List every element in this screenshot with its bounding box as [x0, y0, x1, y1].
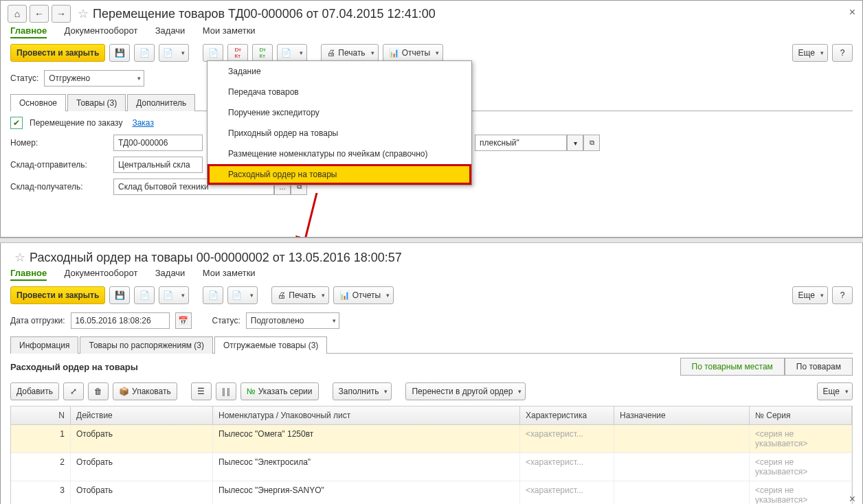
more-button-2[interactable]: Еще: [792, 286, 828, 304]
table-row[interactable]: 1ОтобратьПылесос "Омега" 1250вт<характер…: [11, 425, 852, 453]
nav2-tasks[interactable]: Задачи: [155, 268, 186, 278]
col-characteristic[interactable]: Характеристика: [520, 406, 614, 424]
barcode-icon: [221, 387, 231, 396]
back-button[interactable]: ←: [30, 5, 49, 23]
more-button[interactable]: Еще: [792, 44, 828, 62]
more-button-3[interactable]: Еще: [817, 382, 853, 400]
save-icon: [115, 48, 125, 58]
home-button[interactable]: ⌂: [8, 5, 27, 23]
barcode-button[interactable]: [216, 382, 236, 400]
status-select-2[interactable]: Подготовлено: [246, 312, 339, 329]
save-button-2[interactable]: [109, 286, 130, 304]
pack-button[interactable]: 📦Упаковать: [113, 382, 177, 400]
status-select[interactable]: Отгружено: [44, 70, 144, 87]
cell-action: Отобрать: [71, 481, 213, 504]
tab-extra[interactable]: Дополнитель: [127, 94, 195, 111]
col-action[interactable]: Действие: [71, 406, 213, 424]
extra-dropdown[interactable]: ▾: [567, 135, 583, 151]
list-button[interactable]: ☰: [191, 382, 212, 400]
copy-row-button[interactable]: ⤢: [63, 382, 84, 400]
menu-task[interactable]: Задание: [208, 61, 471, 82]
nav-docflow[interactable]: Документооборот: [65, 25, 138, 36]
post-close-button[interactable]: Провести и закрыть: [10, 44, 105, 62]
help-button[interactable]: ?: [832, 44, 853, 62]
create-based-on-2[interactable]: [159, 286, 189, 304]
calendar-button[interactable]: [175, 312, 192, 329]
close-button[interactable]: ×: [849, 6, 855, 19]
close-button-2[interactable]: ×: [849, 493, 855, 504]
ship-date-input[interactable]: 16.05.2016 18:08:26: [71, 312, 170, 329]
receiver-label: Склад-получатель:: [10, 182, 113, 192]
table-row[interactable]: 2ОтобратьПылесос "Электросила"<характери…: [11, 453, 852, 481]
sender-label: Склад-отправитель:: [10, 160, 113, 170]
col-nomenclature[interactable]: Номенклатура / Упаковочный лист: [213, 406, 520, 424]
menu-placement[interactable]: Размещение номенклатуры по ячейкам (спра…: [208, 144, 471, 164]
tab-main[interactable]: Основное: [10, 94, 66, 111]
attach-button-2[interactable]: [227, 286, 258, 304]
nav-tasks[interactable]: Задачи: [155, 25, 186, 36]
cell-assignment: [614, 453, 750, 481]
post-button[interactable]: [134, 44, 155, 62]
reports-button-2[interactable]: Отчеты: [333, 286, 394, 304]
save-button[interactable]: [109, 44, 130, 62]
col-n[interactable]: N: [11, 406, 71, 424]
post-close-button-2[interactable]: Провести и закрыть: [10, 286, 105, 304]
add-row-button[interactable]: Добавить: [10, 382, 59, 400]
attach-icon: [232, 290, 242, 300]
report-icon: [389, 48, 399, 58]
calendar-icon: [178, 316, 188, 325]
number-input[interactable]: ТД00-000006: [113, 135, 203, 151]
tab-ship-goods[interactable]: Отгружаемые товары (3): [214, 336, 327, 354]
col-assignment[interactable]: Назначение: [614, 406, 750, 424]
nav2-main[interactable]: Главное: [10, 268, 47, 281]
sender-input[interactable]: Центральный скла: [113, 157, 203, 173]
create-based-on-button[interactable]: [159, 44, 189, 62]
toggle-by-goods[interactable]: По товарам: [785, 358, 853, 376]
nav2-notes[interactable]: Мои заметки: [203, 268, 256, 278]
post-button-2[interactable]: [134, 286, 155, 304]
print-button-2[interactable]: Печать: [271, 286, 328, 304]
tab-goods[interactable]: Товары (3): [67, 94, 126, 111]
extra-input[interactable]: плексный": [475, 135, 567, 151]
delete-row-button[interactable]: 🗑: [88, 382, 109, 400]
favorite-icon[interactable]: ☆: [78, 6, 89, 21]
tab-by-order[interactable]: Товары по распоряжениям (3): [80, 336, 212, 354]
cell-action: Отобрать: [71, 425, 213, 453]
menu-outgoing-order[interactable]: Расходный ордер на товары: [208, 164, 471, 185]
reports-button[interactable]: Отчеты: [383, 44, 443, 62]
col-series[interactable]: № Серия: [750, 406, 852, 424]
favorite-icon-2[interactable]: ☆: [14, 250, 25, 265]
tab-info[interactable]: Информация: [10, 336, 78, 354]
save-icon: [115, 290, 125, 300]
fill-button[interactable]: Заполнить: [333, 382, 392, 400]
attach-button[interactable]: [277, 44, 307, 62]
dt-kt-button-2[interactable]: DтКт: [252, 44, 273, 62]
nav-main[interactable]: Главное: [10, 25, 47, 38]
doc-button-b1[interactable]: [203, 286, 223, 304]
forward-button[interactable]: →: [52, 5, 71, 23]
cell-nomenclature: Пылесос "Омега" 1250вт: [213, 425, 520, 453]
goods-table: N Действие Номенклатура / Упаковочный ли…: [10, 406, 853, 504]
menu-transfer[interactable]: Передача товаров: [208, 82, 471, 102]
cell-series: <серия не указывается>: [750, 453, 852, 481]
table-row[interactable]: 3ОтобратьПылесос "Энергия-SANYO"<характе…: [11, 481, 852, 504]
doc-icon: [208, 48, 218, 58]
dt-kt-button[interactable]: DтКт: [227, 44, 248, 62]
nav-notes[interactable]: Мои заметки: [203, 25, 256, 36]
toggle-by-place[interactable]: По товарным местам: [680, 358, 785, 376]
menu-incoming-order[interactable]: Приходный ордер на товары: [208, 123, 471, 144]
menu-expeditor[interactable]: Поручение экспедитору: [208, 102, 471, 123]
cell-characteristic: <характерист...: [520, 453, 614, 481]
by-order-checkbox[interactable]: ✔: [10, 117, 23, 129]
ship-date-label: Дата отгрузки:: [10, 316, 65, 325]
series-button[interactable]: №Указать серии: [240, 382, 319, 400]
move-order-button[interactable]: Перенести в другой ордер: [405, 382, 526, 400]
doc-button-1[interactable]: [203, 44, 223, 62]
help-button-2[interactable]: ?: [832, 286, 853, 304]
nav2-docflow[interactable]: Документооборот: [65, 268, 138, 278]
extra-open[interactable]: ⧉: [583, 135, 600, 151]
number-label: Номер:: [10, 138, 113, 148]
print-button[interactable]: Печать: [321, 44, 378, 62]
cell-assignment: [614, 425, 750, 453]
order-link[interactable]: Заказ: [132, 118, 153, 128]
